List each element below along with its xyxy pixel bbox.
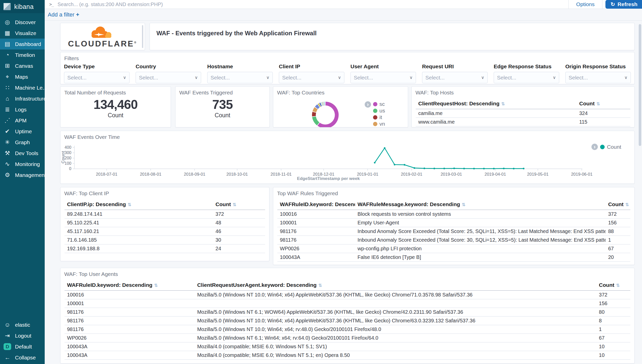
sidebar-item-logs[interactable]: ≣Logs [0, 104, 45, 115]
sidebar-item-monitoring[interactable]: ∿Monitoring [0, 159, 45, 170]
data-point[interactable] [493, 168, 494, 169]
filter-select-country[interactable]: Select...∨ [136, 72, 201, 83]
sidebar-item-apm[interactable]: ⋰APM [0, 115, 45, 126]
filter-select-user-agent[interactable]: Select...∨ [350, 72, 416, 83]
sidebar-item-canvas[interactable]: ⊞Canvas [0, 60, 45, 71]
data-point[interactable] [414, 167, 415, 169]
filter-select-origin-response-status[interactable]: Select...∨ [565, 72, 631, 83]
data-point[interactable] [374, 162, 375, 163]
column-header[interactable]: Count⇅ [606, 199, 630, 210]
sidebar-item-machine-le[interactable]: ∷Machine Le... [0, 82, 45, 93]
table-row[interactable]: 100016Block requests to version control … [277, 210, 630, 219]
sort-icon[interactable]: ⇅ [233, 202, 236, 207]
kibana-logo[interactable]: kibana [0, 0, 45, 13]
data-point[interactable] [404, 164, 405, 166]
sidebar-item-maps[interactable]: ⌖Maps [0, 71, 45, 82]
legend-item-sc[interactable]: sc [373, 101, 385, 107]
column-header[interactable]: ClientRequestUserAgent.keyword: Descendi… [195, 280, 596, 291]
table-row[interactable]: 100043AMozilla/4.0 (compatible; MSIE 6.0… [65, 342, 630, 351]
table-row[interactable]: 981176Mozilla/5.0 (Windows NT 10.0; Win6… [65, 317, 630, 325]
data-point[interactable] [523, 168, 524, 169]
sort-icon[interactable]: ⇅ [154, 283, 158, 288]
add-filter-link[interactable]: Add a filter+ [48, 11, 79, 18]
table-row[interactable]: 100043AMozilla/4.0 (compatible; MSIE 6.0… [65, 351, 630, 360]
table-row[interactable]: www.camilia.me115 [416, 118, 630, 126]
sidebar-item-collapse[interactable]: ←Collapse [0, 352, 45, 363]
data-point[interactable] [424, 168, 425, 169]
data-point[interactable] [473, 168, 475, 169]
sidebar-item-management[interactable]: ⚙Management [0, 170, 45, 180]
donut-slice-other-1[interactable] [316, 106, 318, 108]
filter-select-edge-response-status[interactable]: Select...∨ [494, 72, 559, 83]
column-header[interactable]: ClientIP.ip: Descending⇅ [65, 199, 213, 210]
data-point[interactable] [453, 168, 455, 169]
sidebar-item-timelion[interactable]: ◔Timelion [0, 49, 45, 60]
data-point[interactable] [384, 147, 385, 149]
legend-item-vn[interactable]: vn [373, 121, 385, 127]
table-row[interactable]: 981176Inbound Anomaly Score Exceeded (To… [277, 236, 630, 244]
sidebar-item-elastic[interactable]: ☺elastic [0, 319, 45, 330]
legend-expand-icon[interactable]: › [591, 144, 598, 150]
table-row[interactable]: WP0026wp-config.php LFI protection67 [277, 244, 630, 253]
donut-slice-vn[interactable] [314, 108, 316, 112]
donut-slice-us[interactable] [314, 117, 318, 124]
table-row[interactable]: 981176Mozilla/5.0 (Windows NT 10.0; Win6… [65, 325, 630, 334]
refresh-button[interactable]: ↻ Refresh [605, 0, 642, 9]
filter-select-device-type[interactable]: Select...∨ [64, 72, 130, 83]
donut-slice-other-2[interactable] [319, 105, 320, 106]
sidebar-item-graph[interactable]: ✳Graph [0, 137, 45, 148]
sort-icon[interactable]: ⇅ [318, 283, 322, 288]
filter-select-request-uri[interactable]: Select...∨ [422, 72, 488, 83]
table-row[interactable]: 100001Empty User-Agent156 [277, 219, 630, 227]
data-point[interactable] [463, 168, 465, 169]
table-row[interactable]: 192.169.188.824 [65, 244, 265, 253]
legend-expand-icon[interactable]: › [365, 101, 371, 108]
table-row[interactable]: 95.110.225.4148 [65, 219, 265, 227]
column-header[interactable]: Count⇅ [596, 280, 630, 291]
donut-slice-it[interactable] [314, 112, 314, 116]
sort-icon[interactable]: ⇅ [501, 102, 505, 106]
sort-icon[interactable]: ⇅ [128, 202, 131, 207]
table-row[interactable]: 71.6.146.18530 [65, 236, 265, 244]
data-point[interactable] [394, 164, 395, 165]
legend-item-us[interactable]: us [373, 108, 385, 113]
table-row[interactable]: 45.117.160.2146 [65, 227, 265, 236]
sidebar-item-logout[interactable]: ⇥Logout [0, 330, 45, 341]
column-header[interactable]: Count⇅ [213, 199, 265, 210]
page-scrollbar[interactable] [639, 24, 641, 146]
table-row[interactable]: WP0026Mozilla/5.0 (Windows NT 6.1; Win64… [65, 334, 630, 342]
column-header[interactable]: WAFRuleMessage.keyword: Descending⇅ [355, 199, 606, 210]
data-point[interactable] [513, 168, 515, 169]
column-header[interactable]: Count⇅ [577, 98, 630, 109]
table-row[interactable]: 100001156 [65, 299, 630, 308]
sort-icon[interactable]: ⇅ [625, 202, 629, 207]
legend-item-it[interactable]: it [373, 114, 385, 120]
sort-icon[interactable]: ⇅ [596, 102, 600, 106]
search-input[interactable]: Search... (e.g. status:200 AND extension… [57, 2, 568, 7]
data-point[interactable] [443, 168, 445, 169]
sidebar-item-infrastructure[interactable]: ⌂Infrastructure [0, 93, 45, 104]
sort-icon[interactable]: ⇅ [616, 283, 620, 288]
donut-slice-other-3[interactable] [320, 104, 321, 105]
filter-select-client-ip[interactable]: Select...∨ [279, 72, 344, 83]
table-row[interactable]: camilia.me324 [416, 109, 630, 118]
data-point[interactable] [434, 168, 435, 169]
sidebar-item-uptime[interactable]: ✔Uptime [0, 126, 45, 137]
panel-scrollbar[interactable] [142, 25, 143, 48]
data-point[interactable] [483, 168, 485, 169]
legend-label[interactable]: Count [607, 144, 621, 150]
column-header[interactable]: WAFRuleID.keyword: Descending⇅ [277, 199, 355, 210]
sort-icon[interactable]: ⇅ [462, 202, 466, 207]
donut-slice-sc[interactable] [318, 104, 337, 126]
sidebar-item-dashboard[interactable]: ▤Dashboard [0, 39, 45, 49]
column-header[interactable]: WAFRuleID.keyword: Descending⇅ [65, 280, 195, 291]
table-row[interactable]: 981176Mozilla/5.0 (Windows NT 6.1; WOW64… [65, 308, 630, 317]
options-button[interactable]: Options [568, 0, 602, 9]
table-row[interactable]: 89.248.174.141372 [65, 210, 265, 219]
table-row[interactable]: 100043AFalse IE6 detection [Type B]20 [277, 253, 630, 262]
sidebar-item-dev-tools[interactable]: ⚒Dev Tools [0, 148, 45, 159]
table-row[interactable]: 981176Inbound Anomaly Score Exceeded (To… [277, 227, 630, 236]
sidebar-item-discover[interactable]: ◎Discover [0, 17, 45, 28]
data-point[interactable] [503, 168, 505, 169]
filter-select-hostname[interactable]: Select...∨ [207, 72, 273, 83]
